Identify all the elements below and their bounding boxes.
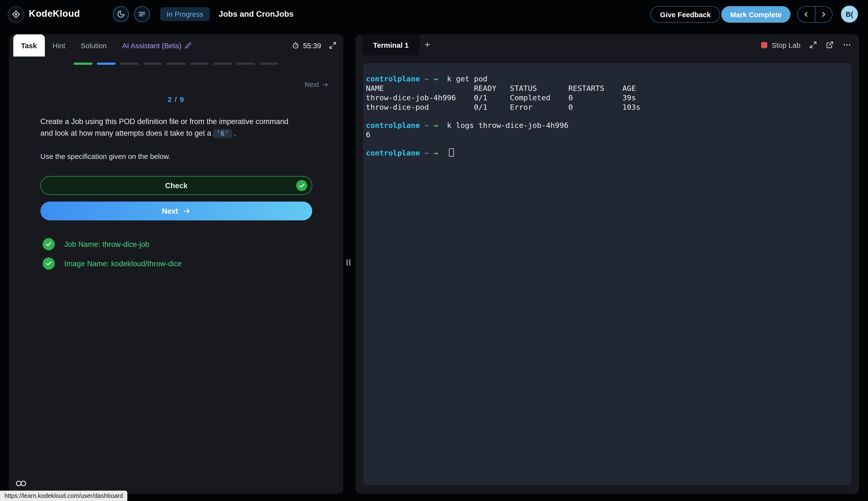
more-options-button[interactable] [843,41,851,50]
progress-segment-todo [190,63,209,65]
checklist-item-label: Image Name: kodekloud/throw-dice [64,259,182,268]
tab-task[interactable]: Task [13,34,45,56]
stop-lab-button[interactable]: Stop Lab [761,41,801,49]
progress-segment-todo [167,63,185,65]
tab-ai-assistant[interactable]: AI Assistant (Beta) [115,34,199,56]
check-button[interactable]: Check [41,176,312,195]
check-success-icon [296,180,307,191]
new-terminal-button[interactable]: + [420,34,435,55]
prompt-arrow-icon: → [434,121,438,130]
lesson-nav [797,6,832,23]
task-tabbar: Task Hint Solution AI Assistant (Beta) 5… [9,34,344,56]
prompt-path: ~ [424,149,429,158]
terminal-tabbar: Terminal 1 + Stop Lab [355,34,859,55]
status-badge: In Progress [160,7,210,21]
external-link-icon [826,41,834,49]
stop-icon [761,42,767,48]
terminal-output-line: 6 [366,130,846,140]
progress-segment-done [74,63,93,65]
kodekloud-logo-icon[interactable] [8,6,24,23]
lab-timer-value: 55:39 [303,41,321,50]
terminal-output-line: NAME READY STATUS RESTARTS AGE [366,84,846,93]
terminal-command: k get pod [447,74,487,83]
tab-solution[interactable]: Solution [73,34,114,56]
progress-segment-todo [236,63,255,65]
terminal-command: k logs throw-dice-job-4h996 [447,121,568,130]
panel-resize-handle[interactable] [347,259,350,266]
chevron-right-icon [820,10,827,18]
tab-hint[interactable]: Hint [45,34,73,56]
terminal-prompt-line: controlplane ~ → k get pod [366,74,846,84]
expand-icon [810,41,817,49]
expand-terminal-button[interactable] [810,41,817,49]
arrow-right-icon [322,82,329,88]
terminal-cursor [449,149,454,157]
page-title: Jobs and CronJobs [219,9,294,19]
pencil-icon [185,42,191,49]
terminal-prompt-line: controlplane ~ → [366,149,846,158]
terminal-block: controlplane ~ → k get pod NAME READY ST… [366,74,846,112]
task-question: Create a Job using this POD definition f… [41,116,300,140]
header: KodeKloud In Progress Jobs and CronJobs … [0,0,868,29]
prompt-host: controlplane [366,121,420,130]
expand-icon [329,41,337,49]
prompt-host: controlplane [366,149,420,158]
prompt-arrow-icon: → [434,74,438,83]
checklist-item: Image Name: kodekloud/throw-dice [43,257,182,270]
course-menu-button[interactable] [134,6,150,22]
status-url-tooltip: https://learn.kodekloud.com/user/dashboa… [0,491,127,501]
terminal-prompt-line: controlplane ~ → k logs throw-dice-job-4… [366,121,846,130]
terminal-block: controlplane ~ → [366,149,846,158]
progress-segment-active [97,63,116,65]
next-step-link-label: Next [305,81,319,89]
expand-task-panel-button[interactable] [329,41,337,49]
spec-note: Use the specification given on the below… [41,152,171,161]
progress-segment-todo [120,63,139,65]
terminal-output-line: throw-dice-job-4h996 0/1 Completed 0 39s [366,93,846,103]
progress-segment-todo [260,63,279,65]
next-button[interactable]: Next [41,202,312,221]
prompt-path: ~ [424,74,429,83]
tab-terminal-1[interactable]: Terminal 1 [362,34,420,55]
checklist-item: Job Name: throw-dice-job [43,238,150,250]
inline-code: '6' [213,129,232,138]
link-infinity-icon[interactable] [15,479,26,487]
terminal-panel: Terminal 1 + Stop Lab controlplane ~ → k… [355,34,859,494]
prompt-path: ~ [424,121,429,130]
moon-icon [117,10,125,18]
terminal-screen[interactable]: controlplane ~ → k get pod NAME READY ST… [363,63,851,485]
step-counter: 2 / 9 [9,95,344,104]
next-lesson-button[interactable] [814,7,832,22]
next-step-link[interactable]: Next [305,81,329,89]
progress-segment-todo [143,63,162,65]
task-panel: Task Hint Solution AI Assistant (Beta) 5… [9,34,344,494]
check-circle-icon [43,257,55,270]
give-feedback-button[interactable]: Give Feedback [651,6,720,23]
checklist-item-label: Job Name: throw-dice-job [64,240,150,248]
user-avatar[interactable]: B( [841,6,858,23]
terminal-block: controlplane ~ → k logs throw-dice-job-4… [366,121,846,140]
brand-name[interactable]: KodeKloud [29,8,80,19]
stop-lab-label: Stop Lab [772,41,801,49]
task-question-tail: . [232,129,236,137]
prompt-host: controlplane [366,74,420,83]
stopwatch-icon [292,41,300,49]
check-button-label: Check [165,181,188,190]
mark-complete-button[interactable]: Mark Complete [721,6,791,23]
list-icon [138,10,146,18]
open-in-new-tab-button[interactable] [826,41,834,49]
chevron-left-icon [802,10,810,18]
dark-mode-toggle[interactable] [113,6,129,22]
lab-timer: 55:39 [292,41,321,50]
terminal-output-line: throw-dice-pod 0/1 Error 0 103s [366,103,846,112]
progress-segment-todo [213,63,232,65]
arrow-right-icon [182,207,191,215]
next-button-label: Next [162,207,178,215]
task-question-text: Create a Job using this POD definition f… [41,117,289,137]
ellipsis-icon [843,41,851,50]
prev-lesson-button[interactable] [798,7,815,22]
tab-ai-assistant-label: AI Assistant (Beta) [122,41,181,50]
check-circle-icon [43,238,55,250]
prompt-arrow-icon: → [434,149,438,158]
kodekloud-app: KodeKloud In Progress Jobs and CronJobs … [0,0,868,501]
